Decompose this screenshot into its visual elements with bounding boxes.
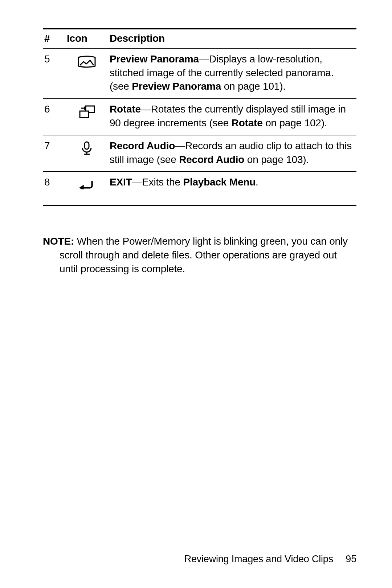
footer-section: Reviewing Images and Video Clips [184, 554, 333, 564]
exit-icon [67, 175, 107, 193]
row-number: 7 [43, 135, 67, 172]
table-row: 7 Record Audio—Records an audio clip to … [43, 135, 356, 172]
desc-ref: Record Audio [179, 154, 244, 165]
row-description: Record Audio—Records an audio clip to at… [110, 135, 356, 172]
desc-text: —Exits the [132, 176, 183, 188]
menu-table: # Icon Description 5 Preview Panoram [43, 28, 356, 206]
feature-name: Record Audio [110, 140, 175, 151]
note-label: NOTE: [43, 236, 74, 247]
desc-ref: Rotate [232, 117, 263, 128]
row-icon-cell [67, 135, 110, 172]
row-number: 8 [43, 172, 67, 206]
desc-tail: on page 101). [221, 81, 286, 92]
header-num: # [43, 29, 67, 49]
row-description: Preview Panorama—Displays a low-resoluti… [110, 48, 356, 98]
row-number: 5 [43, 48, 67, 98]
feature-name: Rotate [110, 103, 141, 115]
note-paragraph: NOTE: When the Power/Memory light is bli… [43, 234, 356, 275]
svg-rect-2 [85, 142, 89, 149]
table-row: 5 Preview Panorama—Displays a low-resolu… [43, 48, 356, 98]
desc-tail: on page 102). [263, 117, 327, 128]
rotate-icon [67, 102, 107, 120]
note-body: When the Power/Memory light is blinking … [60, 236, 348, 274]
panorama-icon [67, 52, 107, 70]
table-header: # Icon Description [43, 29, 356, 49]
desc-tail: . [256, 176, 258, 188]
row-description: EXIT—Exits the Playback Menu. [110, 172, 356, 206]
header-desc: Description [110, 29, 356, 49]
feature-name: EXIT [110, 176, 132, 188]
header-icon: Icon [67, 29, 110, 49]
svg-rect-11 [78, 189, 96, 192]
desc-ref: Preview Panorama [132, 81, 221, 92]
feature-name: Preview Panorama [110, 53, 199, 65]
desc-ref: Playback Menu [183, 176, 256, 188]
svg-rect-12 [78, 178, 96, 180]
page-footer: Reviewing Images and Video Clips95 [0, 552, 392, 565]
svg-rect-1 [80, 111, 89, 118]
manual-page: # Icon Description 5 Preview Panoram [0, 0, 392, 588]
mic-icon [67, 139, 107, 156]
row-icon-cell [67, 172, 110, 206]
table-row: 8 [43, 172, 356, 206]
row-number: 6 [43, 99, 67, 135]
footer-page-number: 95 [333, 552, 356, 565]
desc-tail: on page 103). [244, 154, 309, 165]
row-icon-cell [67, 99, 110, 135]
table-row: 6 Rotate—Rotates the currently displayed… [43, 99, 356, 135]
row-description: Rotate—Rotates the currently displayed s… [110, 99, 356, 135]
row-icon-cell [67, 48, 110, 98]
